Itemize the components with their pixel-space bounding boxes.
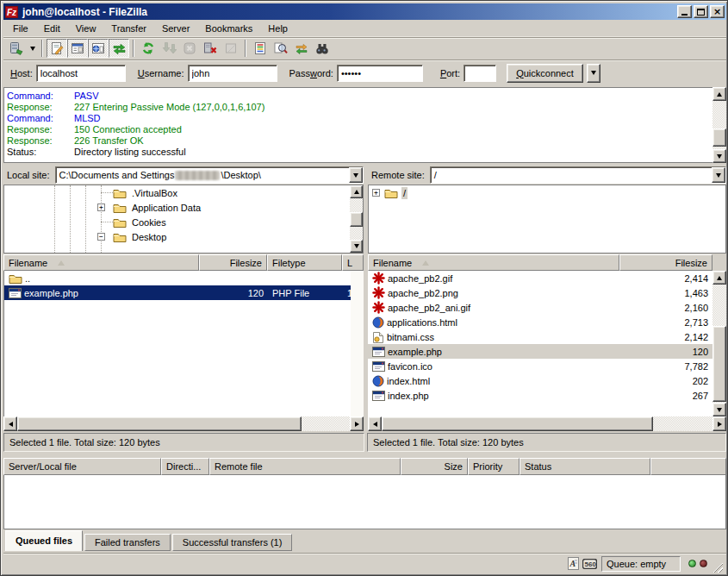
- port-input[interactable]: [464, 65, 496, 82]
- file-row[interactable]: ..: [4, 271, 351, 285]
- toggle-transfer-queue-button[interactable]: [109, 39, 129, 58]
- tree-item-root[interactable]: +/: [369, 185, 725, 200]
- host-input[interactable]: [36, 65, 126, 82]
- site-manager-button[interactable]: [6, 39, 27, 58]
- cancel-operation-button[interactable]: [179, 39, 200, 58]
- scroll-thumb[interactable]: [382, 416, 653, 431]
- quickconnect-dropdown[interactable]: [587, 64, 600, 83]
- maximize-button[interactable]: [694, 5, 708, 18]
- queue-column-status[interactable]: Status: [520, 458, 650, 475]
- tree-item-desktop[interactable]: −Desktop: [4, 229, 363, 244]
- scroll-thumb[interactable]: [712, 326, 726, 402]
- scroll-left-button[interactable]: [3, 416, 17, 431]
- menu-help[interactable]: Help: [260, 21, 296, 36]
- local-path-combo[interactable]: C:\Documents and Settings\Desktop\: [55, 166, 364, 184]
- remote-site-label: Remote site:: [368, 170, 430, 180]
- process-queue-button[interactable]: [159, 39, 179, 58]
- scroll-thumb[interactable]: [350, 212, 363, 227]
- quickconnect-button[interactable]: Quickconnect: [507, 64, 583, 83]
- refresh-icon: [141, 41, 155, 55]
- file-row[interactable]: index.php267: [368, 388, 712, 403]
- expand-icon[interactable]: +: [372, 189, 380, 197]
- file-row[interactable]: favicon.ico7,782: [368, 359, 712, 373]
- menu-transfer[interactable]: Transfer: [103, 21, 154, 36]
- tree-item-application-data[interactable]: +Application Data: [4, 200, 363, 215]
- file-row[interactable]: example.php120: [368, 344, 712, 359]
- tab-successful-transfers-1[interactable]: Successful transfers (1): [172, 534, 293, 551]
- directory-comparison-button[interactable]: [271, 39, 291, 58]
- resize-grip[interactable]: [712, 561, 723, 573]
- local-tree-scrollbar[interactable]: [350, 185, 363, 253]
- scroll-down-button[interactable]: [712, 149, 726, 163]
- scroll-down-button[interactable]: [350, 240, 363, 253]
- refresh-button[interactable]: [138, 39, 159, 58]
- remote-list-scrollbar[interactable]: [712, 271, 726, 416]
- username-input[interactable]: [188, 65, 277, 82]
- scroll-right-button[interactable]: [350, 416, 364, 431]
- find-files-button[interactable]: [312, 39, 333, 58]
- file-name: applications.html: [387, 317, 457, 328]
- scroll-thumb[interactable]: [17, 416, 302, 431]
- file-row[interactable]: bitnami.css2,142: [368, 329, 712, 344]
- folder-icon: [9, 272, 22, 285]
- menu-edit[interactable]: Edit: [36, 21, 68, 36]
- file-row[interactable]: applications.html2,713: [368, 315, 712, 329]
- remote-path-combo[interactable]: /: [430, 166, 726, 184]
- scroll-left-button[interactable]: [368, 416, 382, 431]
- remote-path-dropdown[interactable]: [712, 167, 725, 183]
- file-name-cell: apache_pb2_ani.gif: [368, 300, 619, 315]
- file-row[interactable]: apache_pb2.gif2,414: [368, 271, 712, 285]
- column-header-filetype[interactable]: Filetype: [267, 254, 342, 271]
- toggle-remote-tree-button[interactable]: [88, 39, 109, 58]
- file-row[interactable]: apache_pb2_ani.gif2,160: [368, 300, 712, 315]
- scroll-up-button[interactable]: [712, 87, 726, 101]
- column-header-l[interactable]: L: [342, 254, 364, 271]
- scroll-down-button[interactable]: [712, 403, 726, 416]
- scroll-up-button[interactable]: [350, 185, 363, 198]
- menu-bookmarks[interactable]: Bookmarks: [197, 21, 260, 36]
- menu-server[interactable]: Server: [154, 21, 197, 36]
- scroll-right-button[interactable]: [712, 416, 726, 431]
- file-row[interactable]: apache_pb2.png1,463: [368, 285, 712, 300]
- queue-column-size[interactable]: Size: [401, 458, 468, 475]
- minimize-button[interactable]: [677, 5, 692, 18]
- message-log-scrollbar[interactable]: [712, 87, 726, 163]
- local-path-dropdown[interactable]: [349, 167, 363, 183]
- tree-item-cookies[interactable]: Cookies: [4, 215, 363, 229]
- filter-button[interactable]: [250, 39, 271, 58]
- expand-icon[interactable]: +: [97, 203, 105, 211]
- minimize-icon: [681, 14, 688, 16]
- local-list-scrollbar[interactable]: [351, 271, 364, 416]
- tree-item-virtualbox[interactable]: .VirtualBox: [4, 185, 363, 200]
- column-header-filesize[interactable]: Filesize: [199, 254, 267, 271]
- tab-queued-files[interactable]: Queued files: [5, 530, 83, 551]
- site-manager-dropdown[interactable]: [27, 39, 38, 58]
- log-line-type: Status:: [7, 147, 74, 158]
- tab-failed-transfers[interactable]: Failed transfers: [84, 534, 171, 551]
- toggle-local-tree-button[interactable]: [67, 39, 88, 58]
- reconnect-button[interactable]: [221, 39, 241, 58]
- file-row[interactable]: example.php120PHP File1: [4, 285, 351, 300]
- queue-column-directi[interactable]: Directi...: [161, 458, 209, 475]
- menu-bar: FileEditViewTransferServerBookmarksHelp: [3, 20, 726, 37]
- html-file-icon: [372, 316, 384, 329]
- queue-column-remote-file[interactable]: Remote file: [209, 458, 401, 475]
- synchronized-browsing-button[interactable]: [291, 39, 312, 58]
- close-button[interactable]: ×: [710, 5, 725, 18]
- menu-file[interactable]: File: [5, 21, 36, 36]
- file-row[interactable]: index.html202: [368, 373, 712, 388]
- queue-column-server-local-file[interactable]: Server/Local file: [3, 458, 161, 475]
- scroll-up-button[interactable]: [712, 271, 726, 285]
- remote-horizontal-scrollbar[interactable]: [368, 416, 726, 431]
- toggle-message-log-button[interactable]: [47, 39, 67, 58]
- scroll-thumb[interactable]: [712, 128, 726, 147]
- collapse-icon[interactable]: −: [97, 233, 105, 241]
- password-input[interactable]: [337, 65, 423, 82]
- column-header-filename[interactable]: Filename: [368, 254, 619, 271]
- column-header-filesize[interactable]: Filesize: [619, 254, 712, 271]
- menu-view[interactable]: View: [68, 21, 104, 36]
- column-header-filename[interactable]: Filename: [3, 254, 199, 271]
- queue-column-priority[interactable]: Priority: [468, 458, 520, 475]
- local-horizontal-scrollbar[interactable]: [3, 416, 364, 431]
- disconnect-button[interactable]: [200, 39, 221, 58]
